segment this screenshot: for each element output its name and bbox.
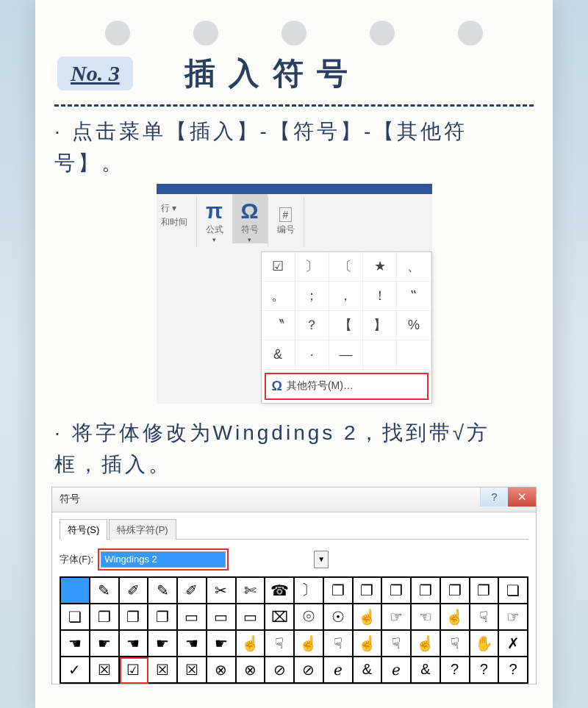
- char-cell[interactable]: ☟: [382, 631, 412, 657]
- symbol-cell[interactable]: 〔: [329, 252, 363, 282]
- number-button[interactable]: # 编号: [268, 194, 304, 236]
- char-cell[interactable]: ⊗: [207, 657, 237, 684]
- close-button[interactable]: ✕: [508, 487, 536, 507]
- char-cell[interactable]: ☟: [441, 631, 470, 657]
- char-cell[interactable]: ☛: [90, 631, 120, 657]
- char-cell[interactable]: ⌧: [265, 604, 295, 631]
- char-cell[interactable]: ☒: [178, 657, 207, 684]
- symbol-button[interactable]: Ω 符号: [232, 194, 268, 243]
- symbol-cell[interactable]: ‟: [397, 282, 431, 311]
- char-cell[interactable]: ✐: [178, 578, 207, 604]
- symbol-cell[interactable]: ！: [363, 282, 397, 311]
- char-cell[interactable]: ❏: [61, 604, 90, 631]
- page-title: 插入符号: [184, 53, 361, 94]
- char-cell[interactable]: ℯ: [382, 657, 412, 684]
- char-cell[interactable]: ☛: [148, 631, 178, 657]
- char-cell[interactable]: ▭: [207, 604, 237, 631]
- symbol-cell[interactable]: —: [329, 340, 363, 370]
- symbol-cell[interactable]: [397, 340, 431, 370]
- symbol-cell[interactable]: ☑: [262, 252, 295, 282]
- recent-symbols-grid: ☑〕〔★、。；，！‟〝？【】%&·—: [262, 252, 431, 370]
- symbol-cell[interactable]: 〝: [262, 311, 295, 340]
- tab-special[interactable]: 特殊字符(P): [109, 519, 176, 540]
- equation-button[interactable]: π 公式: [197, 194, 232, 243]
- char-cell[interactable]: ☝: [237, 631, 266, 657]
- char-cell[interactable]: 〕: [295, 578, 324, 604]
- symbol-cell[interactable]: ；: [295, 282, 329, 311]
- char-cell[interactable]: ✋: [470, 631, 500, 657]
- char-cell[interactable]: ❐: [354, 578, 383, 604]
- symbol-cell[interactable]: 〕: [295, 252, 329, 282]
- char-cell[interactable]: ✐: [120, 578, 149, 604]
- char-cell[interactable]: ❐: [382, 578, 412, 604]
- char-cell[interactable]: ☚: [178, 631, 207, 657]
- char-cell[interactable]: ✎: [90, 578, 120, 604]
- symbol-cell[interactable]: ·: [295, 340, 329, 370]
- char-cell[interactable]: ?: [441, 657, 470, 684]
- char-cell[interactable]: &: [412, 657, 441, 684]
- char-cell[interactable]: ❐: [120, 604, 149, 631]
- char-cell[interactable]: ☛: [207, 631, 237, 657]
- symbol-cell[interactable]: %: [397, 311, 431, 340]
- symbol-cell[interactable]: 【: [329, 311, 363, 340]
- char-cell[interactable]: ?: [470, 657, 500, 684]
- char-cell[interactable]: ❏: [499, 578, 528, 604]
- char-cell[interactable]: ⊘: [265, 657, 295, 684]
- font-select[interactable]: Wingdings 2: [101, 551, 226, 568]
- char-cell[interactable]: ❐: [148, 604, 178, 631]
- char-cell[interactable]: ☚: [120, 631, 149, 657]
- char-cell[interactable]: ☟: [265, 631, 295, 657]
- symbol-cell[interactable]: [363, 340, 397, 370]
- char-cell[interactable]: ☝: [412, 631, 441, 657]
- dialog-titlebar: 符号 ? ✕: [52, 487, 536, 512]
- char-cell[interactable]: ⊗: [237, 657, 266, 684]
- char-cell[interactable]: ☝: [295, 631, 324, 657]
- char-cell[interactable]: ❐: [441, 578, 470, 604]
- char-cell[interactable]: ☟: [324, 631, 354, 657]
- ribbon-label[interactable]: 和时间: [161, 215, 192, 229]
- symbol-cell[interactable]: 】: [363, 311, 397, 340]
- char-cell[interactable]: ℯ: [324, 657, 354, 684]
- char-cell[interactable]: ⊘: [295, 657, 324, 684]
- char-cell[interactable]: ☒: [90, 657, 120, 684]
- tab-symbols[interactable]: 符号(S): [60, 519, 107, 540]
- char-cell[interactable]: ✂: [207, 578, 237, 604]
- word-titlebar: [157, 184, 432, 194]
- symbol-cell[interactable]: ★: [363, 252, 397, 282]
- symbol-cell[interactable]: ？: [295, 311, 329, 340]
- char-cell[interactable]: [61, 578, 90, 604]
- char-cell[interactable]: ☒: [148, 657, 178, 684]
- char-cell[interactable]: ?: [499, 657, 528, 684]
- char-cell[interactable]: ✗: [499, 631, 528, 657]
- symbol-cell[interactable]: 、: [397, 252, 431, 282]
- char-cell[interactable]: ☝: [441, 604, 470, 631]
- char-cell[interactable]: ▭: [237, 604, 266, 631]
- char-cell[interactable]: ❐: [412, 578, 441, 604]
- help-button[interactable]: ?: [480, 487, 508, 507]
- char-cell[interactable]: ☚: [61, 631, 90, 657]
- symbol-cell[interactable]: ，: [329, 282, 363, 311]
- symbol-cell[interactable]: 。: [262, 282, 295, 311]
- char-cell[interactable]: ❐: [470, 578, 500, 604]
- char-cell[interactable]: ☜: [412, 604, 441, 631]
- char-cell[interactable]: ☉: [324, 604, 354, 631]
- char-cell[interactable]: ☞: [382, 604, 412, 631]
- char-cell[interactable]: ▭: [178, 604, 207, 631]
- char-cell[interactable]: ⦾: [295, 604, 324, 631]
- char-cell[interactable]: ☝: [354, 631, 383, 657]
- char-cell[interactable]: ✓: [61, 657, 90, 684]
- char-cell[interactable]: ✄: [237, 578, 266, 604]
- char-cell[interactable]: ☑: [120, 657, 149, 684]
- char-cell[interactable]: ✎: [148, 578, 178, 604]
- char-cell[interactable]: ☟: [470, 604, 500, 631]
- char-cell[interactable]: &: [354, 657, 383, 684]
- symbol-cell[interactable]: &: [262, 340, 295, 370]
- ribbon-label[interactable]: 行 ▾: [161, 201, 192, 215]
- char-cell[interactable]: ☞: [499, 604, 528, 631]
- char-cell[interactable]: ❐: [324, 578, 354, 604]
- font-dropdown-button[interactable]: ▼: [314, 551, 329, 568]
- char-cell[interactable]: ❐: [90, 604, 120, 631]
- char-cell[interactable]: ☎: [265, 578, 295, 604]
- char-cell[interactable]: ☝: [354, 604, 383, 631]
- more-symbols-button[interactable]: Ω 其他符号(M)…: [265, 373, 429, 400]
